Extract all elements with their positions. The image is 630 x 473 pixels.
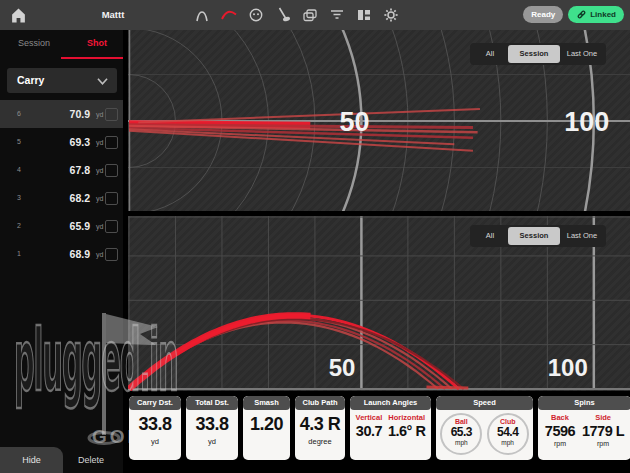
shot-row[interactable]: 670.9yd [0,100,123,128]
stat-tile-header: Smash [243,396,290,410]
stat-value: 30.7 [356,423,383,439]
tab-shot[interactable]: Shot [87,38,107,48]
shot-checkbox[interactable] [105,164,118,177]
shot-row[interactable]: 467.8yd [0,156,123,184]
stat-name: Side [582,413,624,422]
shot-value: 67.8 [38,164,90,176]
stat-tile-header: Spins [538,396,630,410]
stat-unit: mph [489,439,527,446]
stat-name: Back [545,413,575,422]
linked-status-button[interactable]: Linked [568,6,624,23]
stat-columns: Back7596rpmSide1779 Lrpm [538,413,630,447]
stat-tile-spins: SpinsBack7596rpmSide1779 Lrpm [538,396,630,460]
link-icon [576,9,587,20]
shot-number: 4 [17,166,21,173]
stat-value: 1779 L [582,423,624,439]
stat-tile-header: Total Dst. [186,396,238,410]
shot-checkbox[interactable] [105,192,118,205]
stat-value: 65.3 [442,425,480,439]
stat-tile-carry-dst: Carry Dst.33.8yd [129,396,181,460]
shot-row[interactable]: 569.3yd [0,128,123,156]
home-icon[interactable] [10,7,27,24]
layout-icon[interactable] [356,7,372,23]
shot-checkbox[interactable] [105,108,118,121]
stat-name: Ball [442,418,480,425]
view-toggle-option-last-one[interactable]: Last One [560,45,604,63]
shot-row[interactable]: 265.9yd [0,212,123,240]
stat-tile-header: Club Path [295,396,345,410]
speed-circle-ball: Ball65.3mph [440,413,482,455]
shot-unit: yd [96,195,103,202]
stat-tile-total-dst: Total Dst.33.8yd [186,396,238,460]
view-toggle-top: AllSessionLast One [470,43,606,65]
tab-session[interactable]: Session [18,38,50,48]
hide-button[interactable]: Hide [0,447,63,473]
stat-col-back: Back7596rpm [545,413,575,447]
shot-row[interactable]: 368.2yd [0,184,123,212]
metric-dropdown[interactable]: Carry [7,68,117,93]
shot-number: 5 [17,138,21,145]
shot-checkbox[interactable] [105,136,118,149]
stat-tile-header: Speed [436,396,533,410]
shot-value: 68.2 [38,192,90,204]
shot-value: 68.9 [38,248,90,260]
distance-label-50: 50 [329,354,356,381]
view-toggle-side: AllSessionLast One [470,225,606,247]
stat-tile-speed: SpeedBall65.3mphClub54.4mph [436,396,533,460]
active-tab-underline [61,57,123,59]
stat-name: Club [489,418,527,425]
ball-icon[interactable] [248,7,264,23]
stat-value: 1.20 [243,414,290,435]
settings-icon[interactable] [383,7,399,23]
side-trajectory-chart: 50100 AllSessionLast One [128,216,630,391]
shot-checkbox[interactable] [105,220,118,233]
view-toggle-option-all[interactable]: All [472,45,508,63]
stat-unit: mph [442,439,480,446]
stat-col-side: Side1779 Lrpm [582,413,624,447]
shot-unit: yd [96,139,103,146]
view-toggle-option-session[interactable]: Session [508,227,560,245]
stat-tile-launch-angles: Launch AnglesVertical30.7Horizontal1.6° … [350,396,431,460]
speed-circles: Ball65.3mphClub54.4mph [436,413,533,455]
view-toggle-option-all[interactable]: All [472,227,508,245]
cards-icon[interactable] [302,7,318,23]
distance-label-100: 100 [548,354,588,381]
stat-col-vertical: Vertical30.7 [356,413,383,439]
ready-status-badge: Ready [523,6,563,23]
shot-value: 69.3 [38,136,90,148]
stat-value: 4.3 R [295,414,345,435]
vertical-launch-icon[interactable] [194,7,210,23]
metric-dropdown-value: Carry [17,68,44,93]
trajectory-icon[interactable] [221,7,237,23]
view-toggle-option-session[interactable]: Session [508,45,560,63]
view-toggle-option-last-one[interactable]: Last One [560,227,604,245]
stat-unit: yd [186,437,238,446]
stat-unit: rpm [582,440,624,447]
stat-value: 33.8 [129,414,181,435]
stat-name: Horizontal [388,413,425,422]
shot-unit: yd [96,167,103,174]
stat-tile-header: Carry Dst. [129,396,181,410]
shot-value: 70.9 [38,108,90,120]
filter-icon[interactable] [329,7,345,23]
top-down-dispersion-chart: 50100 AllSessionLast One [128,30,630,211]
shot-unit: yd [96,251,103,258]
sidebar: Session Shot Carry 670.9yd569.3yd467.8yd… [0,30,123,473]
stat-unit: yd [129,437,181,446]
club-icon[interactable] [275,7,291,23]
shot-number: 3 [17,194,21,201]
ring-label-50: 50 [339,107,369,137]
delete-button[interactable]: Delete [72,450,128,470]
shot-checkbox[interactable] [105,248,118,261]
shot-list: 670.9yd569.3yd467.8yd368.2yd265.9yd168.9… [0,100,123,268]
shot-row[interactable]: 168.9yd [0,240,123,268]
stat-tile-header: Launch Angles [350,396,431,410]
chevron-down-icon [96,76,109,86]
shot-value: 65.9 [38,220,90,232]
status-pills: Ready Linked [523,6,624,23]
stat-tile-smash: Smash1.20 [243,396,290,460]
shot-number: 2 [17,222,21,229]
stat-tile-club-path: Club Path4.3 Rdegree [295,396,345,460]
stat-tiles-row: Carry Dst.33.8ydTotal Dst.33.8ydSmash1.2… [129,396,630,462]
stat-col-horizontal: Horizontal1.6° R [388,413,425,439]
